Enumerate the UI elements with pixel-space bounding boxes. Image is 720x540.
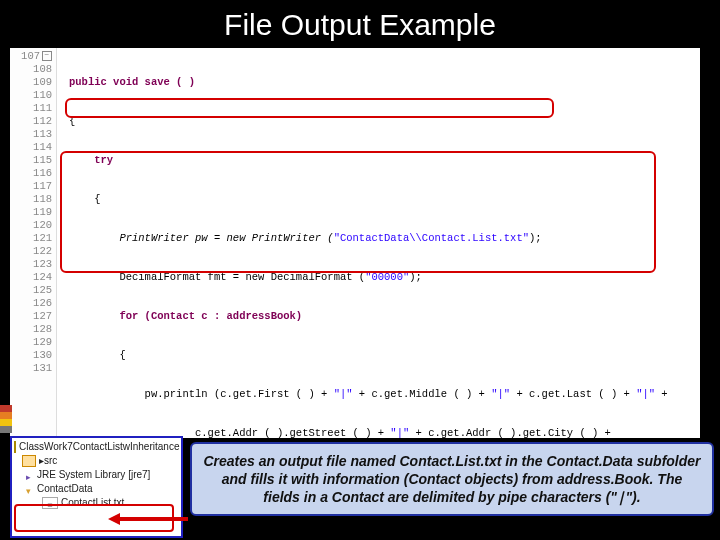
callout-box: Creates an output file named Contact.Lis… bbox=[190, 442, 714, 516]
color-accent-bars bbox=[0, 405, 12, 433]
tree-jre: JRE System Library [jre7] bbox=[37, 468, 150, 482]
file-icon: ≡ bbox=[42, 497, 58, 509]
project-tree: ClassWork7ContactListwInheritance ▸ src … bbox=[10, 436, 183, 538]
tree-project: ClassWork7ContactListwInheritance bbox=[19, 440, 179, 454]
code-content: public void save ( ) { try { PrintWriter… bbox=[57, 48, 668, 438]
project-icon bbox=[14, 441, 16, 453]
code-editor: 107− 108109110 111112113 114115116 11711… bbox=[10, 48, 700, 438]
folder-icon: ▾ bbox=[22, 484, 34, 494]
arrow-icon bbox=[118, 517, 188, 521]
fold-icon: − bbox=[42, 51, 52, 61]
slide-title: File Output Example bbox=[0, 0, 720, 46]
library-icon: ▸ bbox=[22, 470, 34, 480]
tree-src: src bbox=[44, 454, 57, 468]
tree-file: ContactList.txt bbox=[61, 496, 124, 510]
package-icon bbox=[22, 455, 36, 467]
line-number-gutter: 107− 108109110 111112113 114115116 11711… bbox=[10, 48, 57, 438]
code-token: PrintWriter pw = new PrintWriter ( bbox=[69, 232, 334, 244]
tree-folder: ContactData bbox=[37, 482, 93, 496]
